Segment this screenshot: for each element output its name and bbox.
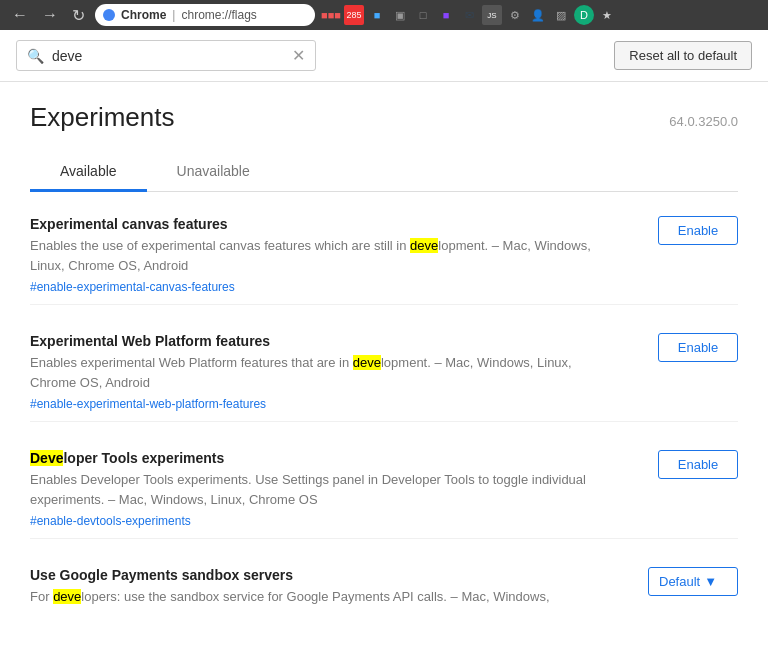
default-label: Default (659, 574, 700, 589)
experiment-info: Experimental Web Platform features Enabl… (30, 333, 618, 411)
search-icon: 🔍 (27, 48, 44, 64)
page-content: Experiments 64.0.3250.0 Available Unavai… (0, 82, 768, 651)
java-icon: JS (482, 5, 502, 25)
gmail-icon: 285 (344, 5, 364, 25)
enable-button[interactable]: Enable (658, 216, 738, 245)
page-title: Experiments (30, 102, 175, 133)
title-text: Experimental Web Platform features (30, 333, 270, 349)
page-header: Experiments 64.0.3250.0 (30, 102, 738, 133)
experiment-item: Experimental Web Platform features Enabl… (30, 333, 738, 422)
experiment-desc: Enables Developer Tools experiments. Use… (30, 470, 618, 509)
address-bar[interactable]: Chrome | chrome://flags (95, 4, 315, 26)
tab-unavailable[interactable]: Unavailable (147, 153, 280, 192)
cast-icon: ▨ (551, 5, 571, 25)
experiment-desc: Enables the use of experimental canvas f… (30, 236, 618, 275)
user2-icon: D (574, 5, 594, 25)
desc-text: Enables Developer Tools experiments. Use… (30, 472, 586, 507)
title-text: Experimental canvas features (30, 216, 228, 232)
separator: | (172, 8, 175, 22)
back-button[interactable]: ← (8, 4, 32, 26)
reset-all-button[interactable]: Reset all to default (614, 41, 752, 70)
experiment-item: Developer Tools experiments Enables Deve… (30, 450, 738, 539)
browser-toolbar-icons: ■■■ 285 ■ ▣ □ ■ ✉ JS ⚙ 👤 ▨ D ★ (321, 5, 617, 25)
url-text: chrome://flags (181, 8, 256, 22)
experiment-desc: For developers: use the sandbox service … (30, 587, 608, 607)
title-highlight: Deve (30, 450, 63, 466)
profile-icon: 👤 (528, 5, 548, 25)
experiment-link[interactable]: #enable-devtools-experiments (30, 514, 191, 528)
search-input[interactable] (52, 48, 284, 64)
experiment-item: Experimental canvas features Enables the… (30, 216, 738, 305)
dropdown-arrow-icon: ▼ (704, 574, 717, 589)
experiment-info: Developer Tools experiments Enables Deve… (30, 450, 618, 528)
tabs: Available Unavailable (30, 153, 738, 192)
desc-highlight: deve (353, 355, 381, 370)
title-rest: loper Tools experiments (63, 450, 224, 466)
desc-prefix: For (30, 589, 53, 604)
title-text: Use Google Payments sandbox servers (30, 567, 293, 583)
star-icon: ★ (597, 5, 617, 25)
forward-button[interactable]: → (38, 4, 62, 26)
experiment-title: Experimental canvas features (30, 216, 618, 232)
settings-icon: ⚙ (505, 5, 525, 25)
tab-available[interactable]: Available (30, 153, 147, 192)
experiment-link[interactable]: #enable-experimental-canvas-features (30, 280, 235, 294)
experiment-link[interactable]: #enable-experimental-web-platform-featur… (30, 397, 266, 411)
experiment-title: Use Google Payments sandbox servers (30, 567, 608, 583)
experiment-title: Developer Tools experiments (30, 450, 618, 466)
desc-highlight: deve (410, 238, 438, 253)
desc-prefix: Enables the use of experimental canvas f… (30, 238, 410, 253)
clear-search-icon[interactable]: ✕ (292, 46, 305, 65)
default-button[interactable]: Default ▼ (648, 567, 738, 596)
browser-chrome: ← → ↻ Chrome | chrome://flags ■■■ 285 ■ … (0, 0, 768, 30)
page-toolbar: 🔍 ✕ Reset all to default (0, 30, 768, 82)
tab-title: Chrome (121, 8, 166, 22)
window-icon: □ (413, 5, 433, 25)
photo-icon: ▣ (390, 5, 410, 25)
color-icon: ■ (436, 5, 456, 25)
experiment-title: Experimental Web Platform features (30, 333, 618, 349)
extensions-icon: ■■■ (321, 5, 341, 25)
experiment-desc: Enables experimental Web Platform featur… (30, 353, 618, 392)
bookmark-icon: ■ (367, 5, 387, 25)
experiment-info: Experimental canvas features Enables the… (30, 216, 618, 294)
version-text: 64.0.3250.0 (669, 114, 738, 129)
desc-prefix: Enables experimental Web Platform featur… (30, 355, 353, 370)
desc-highlight: deve (53, 589, 81, 604)
experiment-item: Use Google Payments sandbox servers For … (30, 567, 738, 621)
experiment-info: Use Google Payments sandbox servers For … (30, 567, 608, 611)
desc-suffix: lopers: use the sandbox service for Goog… (81, 589, 549, 604)
enable-button[interactable]: Enable (658, 333, 738, 362)
favicon-icon (103, 9, 115, 21)
mail-icon: ✉ (459, 5, 479, 25)
search-box[interactable]: 🔍 ✕ (16, 40, 316, 71)
refresh-button[interactable]: ↻ (68, 4, 89, 27)
enable-button[interactable]: Enable (658, 450, 738, 479)
